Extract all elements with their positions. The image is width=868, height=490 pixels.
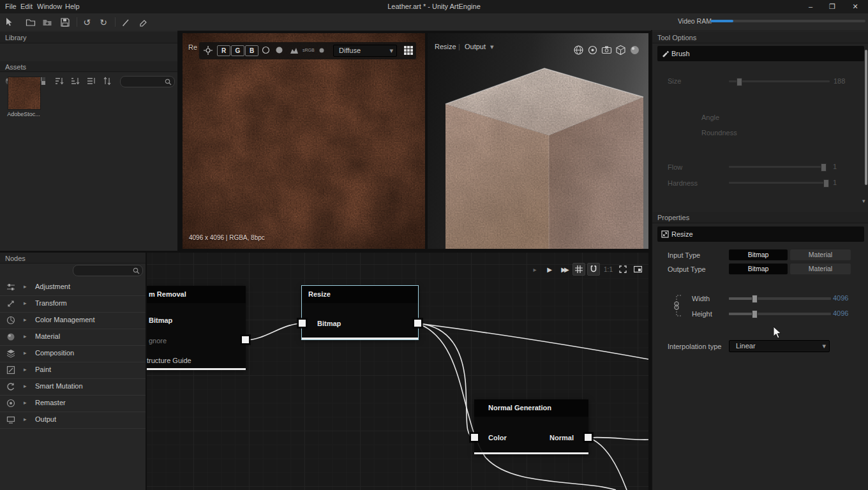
category-paint[interactable]: ▸ Paint [0, 362, 146, 379]
smart-mutation-icon [6, 382, 15, 391]
input-pin[interactable] [298, 319, 306, 327]
restore-button[interactable]: ❐ [822, 0, 842, 13]
category-color-management[interactable]: ▸ Color Management [0, 312, 146, 329]
sort-size-icon[interactable] [86, 76, 98, 87]
expand-arrow-icon[interactable]: ▸ [24, 316, 27, 323]
nodes-search-input[interactable] [77, 266, 128, 276]
zoom-extents-icon[interactable] [617, 263, 629, 276]
minimap-icon[interactable] [631, 263, 644, 276]
category-label: Paint [35, 366, 51, 373]
expand-arrow-icon[interactable]: ▸ [24, 350, 27, 356]
nodes-search[interactable] [73, 265, 143, 276]
channel-g-button[interactable]: G [231, 45, 244, 56]
fast-forward-icon[interactable]: ▶▶ [558, 263, 571, 276]
screenshot-icon[interactable] [601, 45, 612, 56]
menu-help[interactable]: Help [61, 0, 84, 13]
expand-arrow-icon[interactable]: ▸ [24, 283, 27, 290]
map-selector-dropdown[interactable]: Diffuse ▾ [333, 45, 397, 57]
output-icon [6, 415, 15, 424]
input-pin[interactable] [470, 433, 479, 442]
width-value[interactable]: 4096 [833, 294, 848, 302]
snap-grid-icon[interactable] [572, 263, 585, 276]
asset-caption: AdobeStoc... [3, 111, 45, 117]
display-mode-icon[interactable] [587, 45, 598, 56]
input-type-bitmap-button[interactable]: Bitmap [729, 249, 788, 260]
height-slider-handle[interactable] [752, 310, 758, 318]
undo-icon[interactable]: ↺ [80, 16, 93, 29]
category-material[interactable]: ▸ Material [0, 329, 146, 346]
category-remaster[interactable]: ▸ Remaster [0, 395, 146, 412]
sort-name-icon[interactable] [54, 76, 66, 87]
minimize-button[interactable]: – [800, 0, 821, 13]
expand-arrow-icon[interactable]: ▸ [24, 333, 27, 339]
expand-arrow-icon[interactable]: ▸ [24, 399, 27, 406]
output-selector[interactable]: Output [465, 43, 486, 50]
asset-thumbnail[interactable] [8, 77, 41, 110]
navigation-icon[interactable] [203, 45, 213, 56]
srgb-label[interactable]: sRGB [303, 48, 315, 52]
open-file-icon[interactable] [24, 16, 37, 29]
size-label: Size [668, 77, 681, 85]
step-forward-icon[interactable]: ▸ [528, 263, 541, 276]
library-search-input[interactable] [124, 77, 165, 87]
expand-arrow-icon[interactable]: ▸ [24, 416, 27, 422]
texture-2d-view[interactable]: Re R G B sRGB Diffuse ▾ [183, 33, 425, 249]
material-sphere-icon[interactable] [629, 45, 640, 56]
expand-arrow-icon[interactable]: ▸ [24, 383, 27, 389]
breadcrumb-node[interactable]: Resize [435, 43, 456, 50]
histogram-icon[interactable] [290, 46, 299, 54]
play-icon[interactable]: ▶ [543, 263, 556, 276]
transform-tool-icon[interactable] [3, 16, 16, 29]
environment-icon[interactable] [573, 45, 584, 56]
redo-icon[interactable]: ↻ [97, 16, 110, 29]
alpha-circle-icon[interactable] [262, 46, 270, 54]
expand-arrow-icon[interactable]: ▸ [24, 366, 27, 373]
tool-options-scrollbar[interactable] [865, 50, 867, 185]
output-pin[interactable] [414, 319, 422, 327]
sort-order-icon[interactable] [102, 76, 114, 87]
width-slider[interactable] [729, 297, 831, 300]
close-button[interactable]: ✕ [845, 0, 865, 13]
graph-node-normal-generation[interactable]: Normal Generation Color Normal [474, 399, 588, 454]
library-search[interactable] [120, 76, 175, 87]
expand-arrow-icon[interactable]: ▸ [24, 300, 27, 306]
height-value[interactable]: 4096 [833, 309, 848, 317]
graph-node-seam-removal[interactable]: m Removal Bitmap gnore tructure Guide [147, 286, 246, 370]
geometry-cube-icon[interactable] [615, 45, 626, 56]
eraser-tool-icon[interactable] [137, 16, 149, 29]
width-slider-handle[interactable] [752, 295, 758, 303]
sort-type-icon[interactable] [70, 76, 82, 87]
output-type-material-button[interactable]: Material [790, 264, 851, 274]
output-type-bitmap-button[interactable]: Bitmap [729, 264, 788, 274]
chevron-down-icon[interactable]: ▾ [490, 43, 494, 51]
category-smart-mutation[interactable]: ▸ Smart Mutation [0, 378, 146, 396]
snap-magnet-icon[interactable] [587, 263, 600, 276]
channel-r-button[interactable]: R [217, 45, 230, 56]
output-pin[interactable] [241, 336, 250, 344]
node-pin-label: Normal [550, 433, 574, 442]
input-type-material-button[interactable]: Material [790, 249, 851, 260]
output-pin[interactable] [584, 433, 592, 442]
brush-tool-icon[interactable] [120, 16, 133, 29]
save-icon[interactable] [59, 16, 71, 29]
category-composition[interactable]: ▸ Composition [0, 345, 146, 362]
scroll-down-icon[interactable]: ▾ [862, 198, 865, 204]
interpolation-dropdown[interactable]: Linear ▾ [729, 340, 830, 352]
grayscale-circle-icon[interactable] [275, 46, 283, 54]
category-adjustment[interactable]: ▸ Adjustment [0, 279, 146, 296]
resize-section-bar[interactable]: Resize [657, 226, 864, 242]
category-output[interactable]: ▸ Output [0, 412, 146, 429]
tiling-grid-icon[interactable] [403, 45, 414, 56]
node-graph[interactable]: m Removal Bitmap gnore tructure Guide Re… [147, 253, 648, 490]
category-transform[interactable]: ▸ Transform [0, 295, 146, 313]
height-slider[interactable] [729, 313, 831, 315]
link-dimensions-icon[interactable] [673, 293, 683, 318]
transform-icon [6, 299, 15, 308]
import-folder-icon[interactable] [41, 16, 54, 29]
brush-section-bar[interactable]: Brush [657, 46, 864, 61]
exposure-dot-icon[interactable] [319, 48, 324, 53]
graph-node-resize[interactable]: Resize Bitmap [302, 286, 418, 339]
one-to-one-zoom[interactable]: 1:1 [602, 263, 615, 276]
preview-3d-view[interactable]: Resize | Output ▾ [428, 33, 648, 249]
channel-b-button[interactable]: B [245, 45, 258, 56]
